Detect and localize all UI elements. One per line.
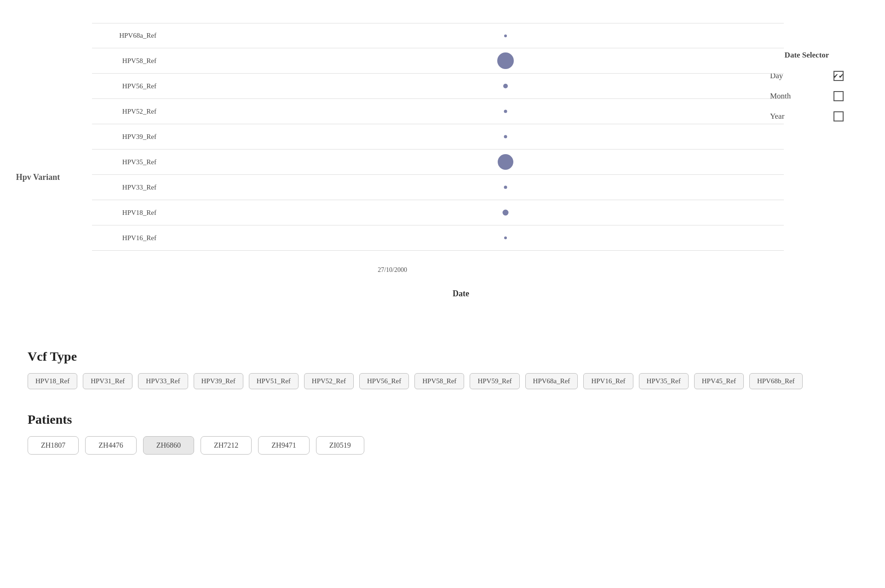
vcf-tag[interactable]: HPV58_Ref bbox=[414, 373, 464, 389]
vcf-tag[interactable]: HPV68a_Ref bbox=[525, 373, 578, 389]
patient-tag[interactable]: ZH4476 bbox=[85, 436, 136, 455]
chart-plot-area: HPV68a_RefHPV58_RefHPV56_RefHPV52_RefHPV… bbox=[92, 23, 784, 262]
patients-section: Patients ZH1807ZH4476ZH6860ZH7212ZH9471Z… bbox=[28, 412, 857, 455]
x-axis-label: Date bbox=[92, 289, 756, 299]
data-dot bbox=[503, 84, 508, 88]
row-line bbox=[166, 99, 784, 124]
chart-row: HPV33_Ref bbox=[92, 175, 784, 200]
data-dot bbox=[498, 154, 513, 170]
vcf-tag[interactable]: HPV52_Ref bbox=[304, 373, 354, 389]
patient-tag[interactable]: ZH7212 bbox=[201, 436, 252, 455]
row-label: HPV52_Ref bbox=[92, 108, 166, 115]
chart-row: HPV56_Ref bbox=[92, 74, 784, 99]
x-axis-tick: 27/10/2000 bbox=[0, 266, 498, 274]
chart-row: HPV35_Ref bbox=[92, 150, 784, 175]
chart-row: HPV18_Ref bbox=[92, 200, 784, 225]
data-dot bbox=[503, 210, 509, 216]
row-line bbox=[166, 48, 784, 74]
row-label: HPV16_Ref bbox=[92, 234, 166, 242]
row-line bbox=[166, 74, 784, 99]
vcf-tag[interactable]: HPV56_Ref bbox=[359, 373, 409, 389]
vcf-tag[interactable]: HPV33_Ref bbox=[138, 373, 188, 389]
data-dot bbox=[504, 110, 507, 113]
vcf-tag[interactable]: HPV39_Ref bbox=[194, 373, 243, 389]
vcf-tag[interactable]: HPV35_Ref bbox=[639, 373, 689, 389]
vcf-tag[interactable]: HPV59_Ref bbox=[470, 373, 519, 389]
patient-tag[interactable]: ZH9471 bbox=[258, 436, 309, 455]
patient-tag[interactable]: ZI0519 bbox=[316, 436, 364, 455]
y-axis-label: Hpv Variant bbox=[16, 172, 60, 182]
vcf-tag[interactable]: HPV68b_Ref bbox=[749, 373, 803, 389]
data-dot bbox=[504, 35, 507, 37]
row-line bbox=[166, 23, 784, 48]
row-line bbox=[166, 200, 784, 225]
vcf-tag[interactable]: HPV16_Ref bbox=[583, 373, 633, 389]
chart-row: HPV16_Ref bbox=[92, 225, 784, 251]
data-dot bbox=[504, 186, 507, 189]
data-dot bbox=[504, 236, 507, 239]
row-label: HPV39_Ref bbox=[92, 133, 166, 141]
chart-wrapper: Hpv Variant HPV68a_RefHPV58_RefHPV56_Ref… bbox=[28, 23, 756, 331]
row-line bbox=[166, 150, 784, 175]
row-line bbox=[166, 175, 784, 200]
vcf-tag[interactable]: HPV31_Ref bbox=[83, 373, 132, 389]
row-line bbox=[166, 124, 784, 150]
row-label: HPV56_Ref bbox=[92, 82, 166, 90]
checkbox-day[interactable]: ✔ bbox=[833, 71, 844, 81]
row-label: HPV58_Ref bbox=[92, 57, 166, 65]
chart-row: HPV52_Ref bbox=[92, 99, 784, 124]
patient-tag[interactable]: ZH6860 bbox=[143, 436, 194, 455]
row-label: HPV18_Ref bbox=[92, 209, 166, 217]
chart-row: HPV39_Ref bbox=[92, 124, 784, 150]
vcf-tag[interactable]: HPV18_Ref bbox=[28, 373, 77, 389]
x-axis-container: 27/10/2000 bbox=[92, 265, 756, 273]
data-dot bbox=[497, 52, 514, 69]
chart-row: HPV58_Ref bbox=[92, 48, 784, 74]
patient-tag[interactable]: ZH1807 bbox=[28, 436, 79, 455]
patient-tags: ZH1807ZH4476ZH6860ZH7212ZH9471ZI0519 bbox=[28, 436, 857, 455]
data-dot bbox=[504, 135, 507, 138]
chart-section: Hpv Variant HPV68a_RefHPV58_RefHPV56_Ref… bbox=[28, 23, 857, 331]
vcf-tag[interactable]: HPV45_Ref bbox=[694, 373, 744, 389]
row-line bbox=[166, 225, 784, 251]
checkbox-year[interactable] bbox=[833, 111, 844, 121]
row-label: HPV68a_Ref bbox=[92, 32, 166, 40]
row-label: HPV35_Ref bbox=[92, 158, 166, 166]
chart-row: HPV68a_Ref bbox=[92, 23, 784, 48]
main-container: Hpv Variant HPV68a_RefHPV58_RefHPV56_Ref… bbox=[0, 0, 885, 468]
row-label: HPV33_Ref bbox=[92, 184, 166, 191]
patients-title: Patients bbox=[28, 412, 857, 427]
vcf-type-tags: HPV18_RefHPV31_RefHPV33_RefHPV39_RefHPV5… bbox=[28, 373, 857, 389]
vcf-type-section: Vcf Type HPV18_RefHPV31_RefHPV33_RefHPV3… bbox=[28, 349, 857, 394]
checkbox-month[interactable] bbox=[833, 91, 844, 101]
vcf-type-title: Vcf Type bbox=[28, 349, 857, 364]
vcf-tag[interactable]: HPV51_Ref bbox=[249, 373, 299, 389]
